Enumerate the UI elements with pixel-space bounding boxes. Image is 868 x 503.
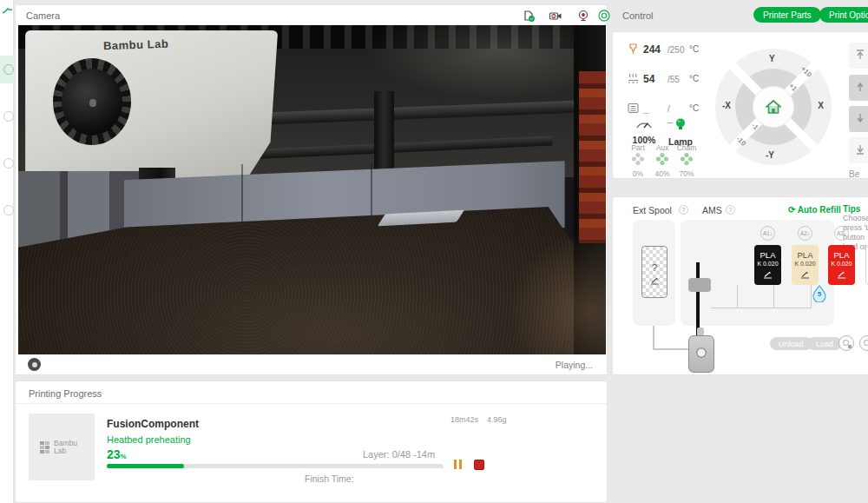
aux-fan-icon [655, 152, 669, 166]
auto-refill-button[interactable]: ⟳ Auto Refill [788, 205, 841, 215]
finish-time-label: Finish Time: [305, 473, 354, 484]
webcam-icon[interactable] [576, 9, 590, 23]
z-down-10-button[interactable] [849, 137, 868, 163]
ams-settings-icon[interactable] [838, 335, 854, 351]
progress-title: Printing Progress [29, 388, 102, 399]
recording-icon[interactable] [597, 9, 611, 23]
slot-material: PLA [792, 250, 819, 260]
slot-a1-badge: A1↓ [760, 226, 775, 241]
part-fan-icon [631, 152, 645, 166]
filament-card: Ext Spool ? AMS ? ⟳ Auto Refill Tips Cho… [612, 196, 868, 375]
toolhead-brand-label: Bambu Lab [103, 36, 169, 52]
ams-slot-a3[interactable]: PLA K 0.020 [828, 245, 855, 285]
filament-settings-icon[interactable] [859, 335, 868, 351]
move-y-plus-label[interactable]: Y [769, 54, 775, 63]
part-fan-label: Part [625, 143, 651, 152]
lamp-icon [674, 117, 687, 131]
print-options-button[interactable]: Print Options [819, 7, 868, 23]
slot-feed-line [737, 285, 738, 308]
ext-spool-help-icon[interactable]: ? [679, 205, 688, 215]
part-fan-control[interactable]: Part 0% [625, 143, 651, 178]
load-button[interactable]: Load [807, 337, 842, 350]
z-up-1-button[interactable] [849, 75, 868, 101]
z-up-10-button[interactable] [849, 43, 868, 69]
toolhead-fan-hub [89, 99, 96, 106]
sidebar-item-icon[interactable] [3, 111, 14, 122]
camera-stream-view[interactable]: Bambu Lab [18, 25, 606, 356]
move-x-plus-label[interactable]: X [818, 101, 824, 110]
total-print-time: 18m42s [450, 415, 478, 424]
printer-parts-button[interactable]: Printer Parts [753, 7, 821, 23]
toolhead: Bambu Lab [25, 30, 278, 186]
extruder-graphic [688, 335, 714, 373]
warm-light-reflection [489, 208, 606, 356]
move-y-minus-label[interactable]: -Y [766, 150, 774, 160]
chamber-fan-icon [680, 152, 694, 166]
slot-material: PLA [828, 250, 855, 260]
slot-material: PLA [754, 250, 781, 260]
thumbnail-brand-label: Bambu Lab [54, 440, 83, 455]
divider [16, 403, 607, 404]
chamber-temp-current: _ [643, 103, 649, 115]
bed-temp-target[interactable]: /55 [667, 75, 680, 84]
sidebar-item-icon[interactable] [3, 205, 14, 215]
ams-hub [688, 278, 711, 292]
ext-spool-slot[interactable]: ? [641, 246, 667, 298]
control-area: Control Printer Parts Print Options 244 … [612, 0, 868, 382]
chamber-fan-label: Cham [674, 143, 700, 152]
sdcard-ok-icon[interactable] [522, 9, 536, 23]
slot-k-value: K 0.020 [754, 261, 781, 267]
left-sidebar [0, 0, 14, 503]
aux-fan-label: Aux [649, 143, 675, 152]
sidebar-item-icon[interactable] [3, 158, 14, 169]
camera-stream-toggle-button[interactable] [28, 358, 41, 371]
stop-button[interactable] [474, 460, 484, 470]
z-down-1-button[interactable] [849, 106, 868, 132]
ams-slot-a1[interactable]: PLA K 0.020 [754, 245, 781, 285]
unload-button[interactable]: Unload [770, 337, 812, 350]
bed-label-partial: Be [849, 169, 859, 179]
active-filament-path [696, 262, 700, 336]
nozzle-temp-unit: °C [689, 44, 699, 54]
camera-title: Camera [26, 10, 60, 21]
job-name: FusionComponent [107, 418, 199, 430]
chamber-temp-unit: °C [689, 103, 699, 113]
logo-icon [2, 5, 13, 17]
timelapse-icon[interactable] [549, 9, 562, 23]
sidebar-device-icon[interactable] [3, 64, 14, 75]
home-button[interactable] [753, 87, 793, 127]
layer-counter: Layer: 0/48 [363, 449, 411, 460]
nozzle-icon [627, 43, 640, 56]
slot-a3-badge: A3↓ [834, 226, 849, 241]
camera-footer: Playing... [16, 354, 607, 374]
part-fan-value: 0% [625, 169, 651, 178]
belt-carriage [374, 91, 394, 177]
edit-filament-icon[interactable] [837, 271, 846, 279]
edit-filament-icon[interactable] [650, 277, 660, 285]
edit-filament-icon[interactable] [800, 271, 810, 279]
chamber-icon [627, 102, 640, 115]
chamber-fan-control[interactable]: Cham 70% [674, 143, 700, 178]
lamp-control[interactable]: Lamp [663, 117, 698, 147]
speed-gauge-icon [635, 117, 653, 129]
feed-bus-line [711, 308, 812, 308]
chamber-fan-value: 70% [674, 169, 700, 178]
job-thumbnail: Bambu Lab [29, 414, 95, 480]
ams-container: A1↓ A2↓ A3↓ A4↓ PLA K 0.020 PLA K 0.020 … [681, 220, 834, 326]
edit-filament-icon[interactable] [763, 271, 773, 279]
camera-header: Camera [16, 5, 607, 25]
ams-slot-a2[interactable]: PLA K 0.020 [792, 245, 819, 285]
xy-move-pad: Y -Y -X X +10 +1 -1 -10 [715, 49, 832, 165]
control-header: Control Printer Parts Print Options [612, 4, 868, 25]
speed-control[interactable]: 100% [627, 117, 661, 145]
ext-spool-container: ? [633, 220, 675, 326]
time-remaining: -14m [413, 449, 435, 460]
ams-help-icon[interactable]: ? [726, 205, 735, 215]
filament-weight: 4.96g [487, 415, 507, 424]
pause-button[interactable] [452, 460, 464, 470]
nozzle-temp-target[interactable]: /250 [667, 45, 684, 55]
tips-title: Tips [843, 204, 868, 214]
nozzle-temp-current: 244 [643, 43, 661, 56]
aux-fan-control[interactable]: Aux 40% [649, 143, 675, 178]
move-x-minus-label[interactable]: -X [722, 101, 731, 110]
